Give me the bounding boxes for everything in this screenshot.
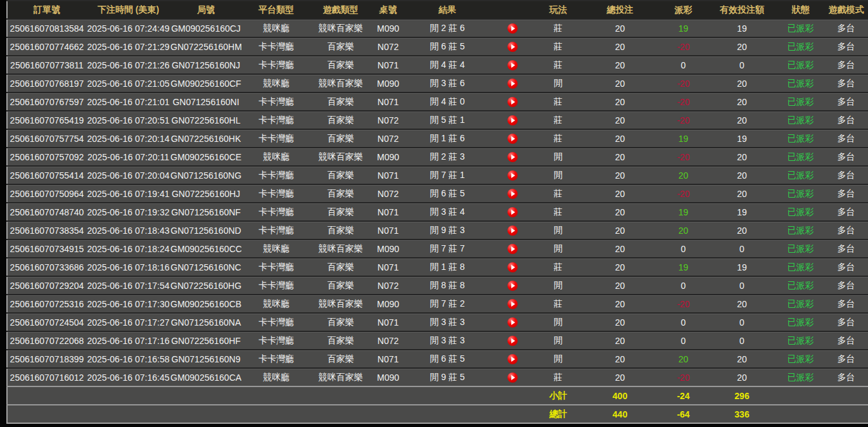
cell-round: GM090256160CC bbox=[170, 239, 241, 258]
cell-platform: 競咪廳 bbox=[241, 239, 311, 258]
cell-mode: 多台 bbox=[824, 92, 868, 111]
replay-play-icon[interactable] bbox=[507, 189, 518, 199]
column-header-mode: 遊戲模式 bbox=[824, 1, 868, 19]
replay-play-icon[interactable] bbox=[507, 373, 518, 383]
replay-play-icon[interactable] bbox=[507, 354, 518, 364]
cell-total_bet: 20 bbox=[580, 19, 660, 37]
replay-play-icon[interactable] bbox=[507, 262, 518, 272]
cell-game_type: 百家樂 bbox=[311, 184, 370, 203]
cell-game_type: 競咪百家樂 bbox=[311, 239, 370, 258]
cell-payout: -20 bbox=[660, 184, 707, 203]
cell-order: 250616070773811 bbox=[7, 56, 86, 74]
cell-status: 已派彩 bbox=[777, 148, 824, 166]
replay-play-icon[interactable] bbox=[507, 299, 518, 309]
cell-round: GN071256160NJ bbox=[170, 56, 241, 74]
cell-result: 閒 6 莊 5 bbox=[406, 350, 488, 368]
cell-play: 莊 bbox=[536, 129, 580, 148]
cell-status: 已派彩 bbox=[777, 203, 824, 221]
column-header-round: 局號 bbox=[170, 1, 241, 19]
table-row: 2506160707160122025-06-16 07:16:45GM0902… bbox=[7, 368, 868, 386]
replay-play-icon[interactable] bbox=[507, 97, 518, 107]
cell-valid_bet: 0 bbox=[707, 239, 777, 258]
table-row: 2506160707349152025-06-16 07:18:24GM0902… bbox=[7, 239, 868, 258]
replay-play-icon[interactable] bbox=[507, 79, 518, 89]
replay-play-icon[interactable] bbox=[507, 317, 518, 328]
cell-icon bbox=[488, 331, 536, 350]
cell-time: 2025-06-16 07:24:49 bbox=[86, 19, 170, 37]
cell-table_no: N071 bbox=[370, 313, 406, 331]
replay-play-icon[interactable] bbox=[507, 244, 518, 254]
cell-table_no: N071 bbox=[370, 258, 406, 276]
cell-mode: 多台 bbox=[824, 129, 868, 148]
cell-icon bbox=[488, 37, 536, 56]
cell-play: 莊 bbox=[536, 92, 580, 111]
cell-valid_bet: 20 bbox=[707, 184, 777, 203]
header-row: 訂單號下注時間 (美東)局號平台類型遊戲類型桌號結果玩法總投注派彩有效投注額狀態… bbox=[7, 1, 868, 19]
cell-table_no: N071 bbox=[370, 56, 406, 74]
table-row: 2506160707570922025-06-16 07:20:11GM0902… bbox=[7, 148, 868, 166]
cell-total_bet: 20 bbox=[580, 184, 660, 203]
replay-play-icon[interactable] bbox=[507, 23, 518, 34]
replay-play-icon[interactable] bbox=[507, 207, 518, 217]
cell-status: 已派彩 bbox=[777, 350, 824, 368]
cell-status: 已派彩 bbox=[777, 184, 824, 203]
bet-history-table: 訂單號下注時間 (美東)局號平台類型遊戲類型桌號結果玩法總投注派彩有效投注額狀態… bbox=[6, 0, 868, 424]
replay-play-icon[interactable] bbox=[507, 281, 518, 291]
replay-play-icon[interactable] bbox=[507, 115, 518, 125]
cell-time: 2025-06-16 07:20:51 bbox=[86, 111, 170, 129]
summary-spacer bbox=[777, 386, 868, 405]
cell-table_no: M090 bbox=[370, 148, 406, 166]
cell-time: 2025-06-16 07:21:01 bbox=[86, 92, 170, 111]
cell-order: 250616070768197 bbox=[7, 74, 86, 92]
cell-time: 2025-06-16 07:20:11 bbox=[86, 148, 170, 166]
cell-total_bet: 20 bbox=[580, 111, 660, 129]
replay-play-icon[interactable] bbox=[507, 170, 518, 181]
cell-table_no: N072 bbox=[370, 111, 406, 129]
cell-game_type: 百家樂 bbox=[311, 221, 370, 239]
replay-play-icon[interactable] bbox=[507, 60, 518, 70]
cell-icon bbox=[488, 19, 536, 37]
cell-order: 250616070716012 bbox=[7, 368, 86, 386]
cell-play: 閒 bbox=[536, 350, 580, 368]
cell-valid_bet: 0 bbox=[707, 313, 777, 331]
cell-platform: 卡卡灣廳 bbox=[241, 350, 311, 368]
total-row: 總計440-64336 bbox=[7, 405, 868, 423]
cell-result: 閒 7 莊 2 bbox=[406, 295, 488, 313]
cell-order: 250616070757092 bbox=[7, 148, 86, 166]
summary-total-bet: 400 bbox=[580, 386, 660, 405]
cell-payout: -20 bbox=[660, 92, 707, 111]
cell-mode: 多台 bbox=[824, 221, 868, 239]
cell-round: GM090256160CA bbox=[170, 368, 241, 386]
cell-mode: 多台 bbox=[824, 111, 868, 129]
cell-time: 2025-06-16 07:17:54 bbox=[86, 276, 170, 295]
cell-time: 2025-06-16 07:19:32 bbox=[86, 203, 170, 221]
column-header-game_type: 遊戲類型 bbox=[311, 1, 370, 19]
cell-icon bbox=[488, 184, 536, 203]
cell-table_no: N072 bbox=[370, 331, 406, 350]
cell-time: 2025-06-16 07:21:26 bbox=[86, 56, 170, 74]
replay-play-icon[interactable] bbox=[507, 226, 518, 236]
cell-total_bet: 20 bbox=[580, 129, 660, 148]
replay-play-icon[interactable] bbox=[507, 152, 518, 162]
cell-order: 250616070750964 bbox=[7, 184, 86, 203]
cell-total_bet: 20 bbox=[580, 148, 660, 166]
summary-valid-bet: 336 bbox=[707, 405, 777, 423]
replay-play-icon[interactable] bbox=[507, 134, 518, 144]
cell-round: GN072256160HM bbox=[170, 37, 241, 56]
replay-play-icon[interactable] bbox=[507, 336, 518, 346]
table-row: 2506160707220682025-06-16 07:17:16GN0722… bbox=[7, 331, 868, 350]
table-header: 訂單號下注時間 (美東)局號平台類型遊戲類型桌號結果玩法總投注派彩有效投注額狀態… bbox=[7, 1, 868, 19]
cell-order: 250616070738354 bbox=[7, 221, 86, 239]
replay-play-icon[interactable] bbox=[507, 42, 518, 52]
cell-total_bet: 20 bbox=[580, 276, 660, 295]
table-row: 2506160707253162025-06-16 07:17:30GM0902… bbox=[7, 295, 868, 313]
cell-time: 2025-06-16 07:16:45 bbox=[86, 368, 170, 386]
cell-game_type: 競咪百家樂 bbox=[311, 368, 370, 386]
column-header-total_bet: 總投注 bbox=[580, 1, 660, 19]
cell-platform: 競咪廳 bbox=[241, 19, 311, 37]
cell-result: 閒 7 莊 1 bbox=[406, 166, 488, 184]
cell-payout: 19 bbox=[660, 19, 707, 37]
cell-icon bbox=[488, 74, 536, 92]
cell-mode: 多台 bbox=[824, 203, 868, 221]
table-row: 2506160707292042025-06-16 07:17:54GN0722… bbox=[7, 276, 868, 295]
